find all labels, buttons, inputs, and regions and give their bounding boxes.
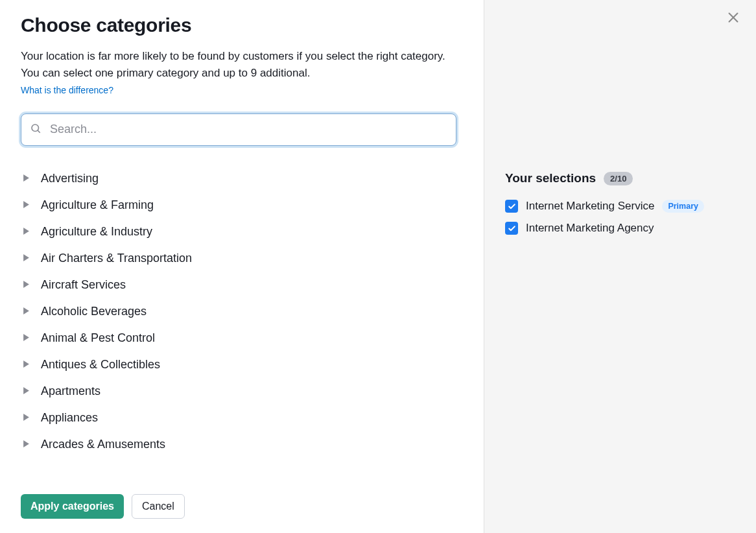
caret-right-icon: [23, 332, 29, 344]
category-label: Apartments: [41, 385, 100, 398]
category-label: Antiques & Collectibles: [41, 358, 160, 372]
selection-item: Internet Marketing Agency: [505, 222, 735, 235]
category-label: Aircraft Services: [41, 278, 126, 292]
category-item[interactable]: Arcades & Amusements: [21, 431, 451, 458]
footer-actions: Apply categories Cancel: [21, 481, 484, 519]
selection-label: Internet Marketing Service: [526, 200, 654, 213]
category-label: Arcades & Amusements: [41, 438, 165, 451]
close-icon: [726, 10, 740, 27]
selections-list: Internet Marketing ServicePrimaryInterne…: [505, 200, 735, 235]
help-link[interactable]: What is the difference?: [21, 85, 484, 95]
caret-right-icon: [23, 226, 29, 237]
selections-title: Your selections: [505, 171, 596, 185]
svg-line-1: [38, 130, 40, 133]
primary-badge: Primary: [662, 200, 704, 213]
category-label: Appliances: [41, 411, 98, 425]
selections-header: Your selections 2/10: [505, 171, 735, 185]
search-icon: [30, 123, 41, 137]
caret-right-icon: [23, 385, 29, 397]
selection-item: Internet Marketing ServicePrimary: [505, 200, 735, 213]
category-label: Agriculture & Farming: [41, 198, 154, 212]
category-item[interactable]: Aircraft Services: [21, 272, 451, 298]
category-item[interactable]: Apartments: [21, 378, 451, 405]
category-item[interactable]: Air Charters & Transportation: [21, 245, 451, 272]
category-label: Advertising: [41, 172, 99, 185]
caret-right-icon: [23, 438, 29, 450]
category-item[interactable]: Antiques & Collectibles: [21, 351, 451, 378]
right-panel: Your selections 2/10 Internet Marketing …: [484, 0, 756, 533]
category-item[interactable]: Agriculture & Farming: [21, 192, 451, 219]
selection-checkbox[interactable]: [505, 200, 518, 213]
left-panel: Choose categories Your location is far m…: [0, 0, 484, 533]
close-button[interactable]: [724, 9, 743, 29]
cancel-button[interactable]: Cancel: [132, 494, 185, 519]
selection-checkbox[interactable]: [505, 222, 518, 235]
caret-right-icon: [23, 279, 29, 290]
page-description: Your location is far more likely to be f…: [21, 48, 462, 82]
selections-count-badge: 2/10: [604, 172, 633, 185]
apply-button[interactable]: Apply categories: [21, 494, 124, 519]
caret-right-icon: [23, 252, 29, 264]
category-label: Agriculture & Industry: [41, 225, 152, 239]
search-container: [21, 113, 456, 146]
category-list[interactable]: AdvertisingAgriculture & FarmingAgricult…: [21, 165, 454, 481]
check-icon: [508, 224, 516, 233]
caret-right-icon: [23, 412, 29, 423]
category-item[interactable]: Appliances: [21, 405, 451, 431]
category-item[interactable]: Agriculture & Industry: [21, 219, 451, 245]
search-input[interactable]: [21, 113, 456, 146]
caret-right-icon: [23, 305, 29, 317]
caret-right-icon: [23, 199, 29, 211]
caret-right-icon: [23, 359, 29, 370]
category-label: Animal & Pest Control: [41, 331, 155, 345]
category-label: Air Charters & Transportation: [41, 252, 192, 265]
check-icon: [508, 202, 516, 211]
page-title: Choose categories: [21, 14, 484, 36]
category-label: Alcoholic Beverages: [41, 305, 147, 318]
selection-label: Internet Marketing Agency: [526, 222, 654, 235]
category-item[interactable]: Advertising: [21, 165, 451, 192]
category-item[interactable]: Alcoholic Beverages: [21, 298, 451, 325]
svg-point-0: [32, 124, 39, 132]
category-item[interactable]: Animal & Pest Control: [21, 325, 451, 351]
caret-right-icon: [23, 172, 29, 184]
